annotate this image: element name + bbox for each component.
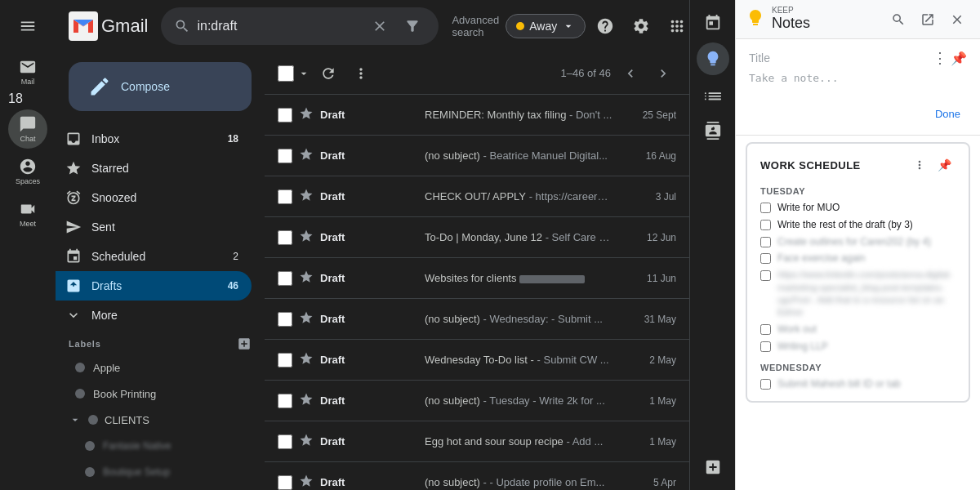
row-checkbox[interactable] xyxy=(278,312,292,327)
boutique-setup-label: Boutique Setup xyxy=(103,466,170,478)
add-label-icon[interactable] xyxy=(237,336,252,351)
table-row[interactable]: Draft (no subject) - Wednesday: - Submit… xyxy=(265,299,689,340)
nav-item-sent[interactable]: Sent xyxy=(56,212,252,242)
check-outlines[interactable] xyxy=(760,237,771,247)
row-checkbox[interactable] xyxy=(278,108,292,122)
check-face[interactable] xyxy=(760,253,771,264)
search-clear-button[interactable] xyxy=(367,13,393,39)
label-item-apple[interactable]: Apple xyxy=(56,354,252,381)
prev-page-button[interactable] xyxy=(617,60,644,87)
table-row[interactable]: Draft Wednesday To-Do list - - Submit CW… xyxy=(265,340,689,381)
row-checkbox[interactable] xyxy=(278,434,292,449)
keep-done-button[interactable]: Done xyxy=(929,103,967,125)
check-mahesh[interactable] xyxy=(760,379,771,390)
sub-label-cloudwards[interactable]: Cloudwards 1 xyxy=(56,485,252,490)
table-row[interactable]: Draft (no subject) - Tuesday - Write 2k … xyxy=(265,381,689,421)
nav-item-snoozed[interactable]: Snoozed xyxy=(56,183,252,212)
check-item-mahesh: Submit Mahesh bill ID or tab xyxy=(760,377,956,391)
row-checkbox[interactable] xyxy=(278,475,292,490)
star-button[interactable] xyxy=(299,433,314,450)
keep-search-button[interactable] xyxy=(885,7,911,33)
nav-item-more[interactable]: More xyxy=(56,301,252,330)
row-checkbox[interactable] xyxy=(278,230,292,245)
next-page-button[interactable] xyxy=(650,60,676,87)
label-item-clients[interactable]: CLIENTS xyxy=(56,407,265,433)
table-row[interactable]: Draft Websites for clients 11 Jun xyxy=(265,258,689,299)
row-checkbox[interactable] xyxy=(278,394,292,408)
table-row[interactable]: Draft To-Do | Monday, June 12 - Self Car… xyxy=(265,217,689,258)
wednesday-section: WEDNESDAY xyxy=(760,363,956,372)
row-checkbox[interactable] xyxy=(278,353,292,368)
keep-note-title-row: ⋮ 📌 xyxy=(749,49,967,67)
sidebar-item-meet[interactable]: Meet xyxy=(8,194,47,234)
keep-note-more-button[interactable]: ⋮ xyxy=(933,49,947,67)
keep-note-pin-button[interactable]: 📌 xyxy=(951,49,967,67)
right-icon-tasks[interactable] xyxy=(697,78,729,111)
star-button[interactable] xyxy=(299,147,314,164)
more-options-button[interactable] xyxy=(346,59,376,88)
table-row[interactable]: Draft (no subject) - Beatrice Manuel Dig… xyxy=(265,136,689,176)
settings-button[interactable] xyxy=(625,10,657,42)
row-checkbox[interactable] xyxy=(278,149,292,163)
right-icon-contacts[interactable] xyxy=(697,114,729,147)
sub-label-boutique[interactable]: Boutique Setup xyxy=(56,459,252,485)
keep-note-title-input[interactable] xyxy=(749,51,933,65)
table-row[interactable]: Draft Egg hot and sour soup recipe - Add… xyxy=(265,421,689,462)
search-input[interactable] xyxy=(197,19,360,33)
blurred-content xyxy=(519,275,585,283)
keep-card-pin-button[interactable]: 📌 xyxy=(933,154,956,176)
schedule-icon xyxy=(65,248,82,265)
right-icon-keep[interactable] xyxy=(697,42,729,75)
label-item-book-printing[interactable]: Book Printing xyxy=(56,381,252,407)
search-filter-button[interactable] xyxy=(399,13,425,39)
check-write-muo[interactable] xyxy=(760,203,771,213)
fantasie-native-label: Fantasie Native xyxy=(103,440,171,452)
row-checkbox[interactable] xyxy=(278,189,292,204)
keep-open-button[interactable] xyxy=(915,7,941,33)
sidebar-item-spaces[interactable]: Spaces xyxy=(8,152,47,191)
check-workout[interactable] xyxy=(760,324,771,335)
row-checkbox[interactable] xyxy=(278,271,292,286)
nav-item-drafts[interactable]: Drafts 46 xyxy=(56,271,252,301)
star-button[interactable] xyxy=(299,106,314,123)
table-row[interactable]: Draft (no subject) - - Update profile on… xyxy=(265,462,689,490)
check-draft[interactable] xyxy=(760,220,771,230)
add-side-button[interactable] xyxy=(697,451,729,483)
check-linkedin[interactable] xyxy=(760,270,771,281)
keep-logo-icon xyxy=(746,8,765,28)
check-mahesh-text: Submit Mahesh bill ID or tab xyxy=(777,377,901,391)
advanced-search-link[interactable]: Advanced search xyxy=(452,14,499,38)
apps-button[interactable] xyxy=(661,10,689,42)
right-icon-calendar[interactable] xyxy=(697,7,729,39)
star-button[interactable] xyxy=(299,188,314,205)
keep-close-button[interactable] xyxy=(944,7,970,33)
check-item-face: Face exercise again xyxy=(760,252,956,265)
sub-label-fantasie[interactable]: Fantasie Native xyxy=(56,433,252,459)
star-button[interactable] xyxy=(299,392,314,409)
away-button[interactable]: Away xyxy=(506,14,586,38)
star-button[interactable] xyxy=(299,351,314,368)
table-row[interactable]: Draft CHECK OUT/ APPLY - https://careers… xyxy=(265,176,689,217)
help-button[interactable] xyxy=(589,10,621,42)
table-row[interactable]: Draft REMINDER: Monthly tax filing - Don… xyxy=(265,95,689,136)
select-all-checkbox[interactable] xyxy=(278,65,294,82)
star-button[interactable] xyxy=(299,474,314,490)
search-bar[interactable] xyxy=(161,7,439,45)
nav-item-scheduled[interactable]: Scheduled 2 xyxy=(56,242,252,271)
compose-button[interactable]: Compose xyxy=(69,62,252,111)
sidebar-item-menu[interactable] xyxy=(8,7,47,46)
check-writing[interactable] xyxy=(760,341,771,352)
mail-badge: 18 xyxy=(8,91,47,106)
refresh-button[interactable] xyxy=(314,59,343,88)
sidebar-item-chat[interactable]: Chat xyxy=(8,109,47,149)
keep-card-more-button[interactable] xyxy=(908,154,931,176)
star-button[interactable] xyxy=(299,270,314,287)
starred-label: Starred xyxy=(91,162,129,175)
nav-item-starred[interactable]: Starred xyxy=(56,154,252,183)
keep-note-body-input[interactable] xyxy=(749,72,967,96)
star-button[interactable] xyxy=(299,310,314,327)
star-button[interactable] xyxy=(299,229,314,246)
sidebar-item-mail[interactable]: Mail xyxy=(8,52,47,91)
nav-item-inbox[interactable]: Inbox 18 xyxy=(56,124,252,154)
checkbox-dropdown-icon[interactable] xyxy=(297,67,310,80)
